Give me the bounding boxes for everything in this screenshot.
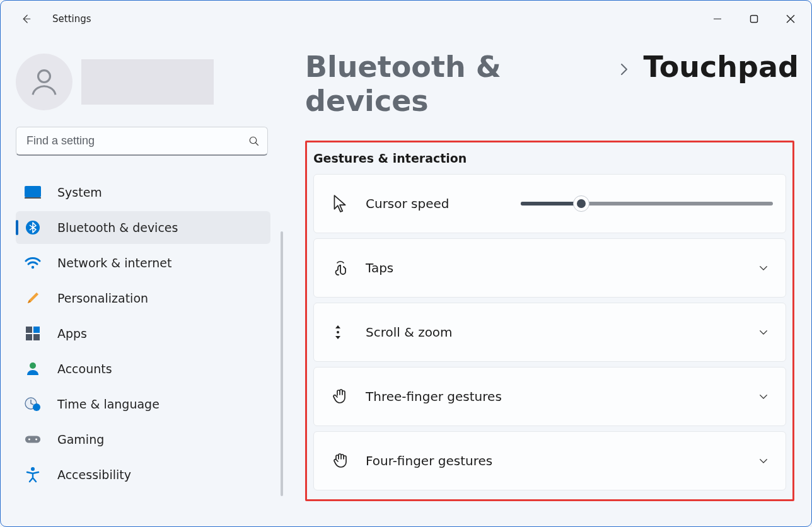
sidebar-item-label: System	[57, 185, 102, 199]
setting-label: Four-finger gestures	[366, 453, 492, 468]
person-icon	[27, 65, 61, 99]
setting-label: Three-finger gestures	[366, 389, 502, 404]
sidebar-item-gaming[interactable]: Gaming	[16, 423, 270, 456]
setting-taps[interactable]: Taps	[313, 238, 786, 298]
sidebar-item-label: Network & internet	[57, 256, 171, 270]
sidebar: System Bluetooth & devices Network & int…	[1, 37, 287, 526]
sidebar-item-time-language[interactable]: Time & language	[16, 388, 270, 420]
hand-icon	[332, 452, 358, 470]
hand-icon	[332, 388, 358, 405]
sidebar-item-bluetooth-devices[interactable]: Bluetooth & devices	[16, 211, 270, 244]
search-icon	[248, 136, 260, 147]
svg-line-6	[255, 142, 258, 146]
svg-point-4	[38, 71, 50, 83]
scroll-zoom-icon	[332, 323, 358, 341]
system-icon	[25, 184, 41, 200]
setting-four-finger-gestures[interactable]: Four-finger gestures	[313, 431, 786, 490]
minimize-button[interactable]	[699, 5, 736, 33]
sidebar-item-apps[interactable]: Apps	[16, 317, 270, 350]
setting-label: Taps	[366, 260, 393, 275]
search-input[interactable]	[25, 134, 248, 148]
sidebar-item-label: Apps	[57, 327, 87, 340]
section-header: Gestures & interaction	[313, 151, 786, 165]
highlighted-section: Gestures & interaction Cursor speed	[305, 141, 794, 501]
sidebar-item-accessibility[interactable]: Accessibility	[16, 458, 270, 491]
svg-point-17	[33, 403, 40, 411]
svg-rect-13	[26, 334, 32, 340]
page-title: Touchpad	[643, 50, 799, 84]
svg-rect-7	[25, 186, 41, 197]
minimize-icon	[713, 14, 722, 23]
chevron-down-icon	[754, 327, 773, 338]
svg-rect-1	[751, 16, 758, 23]
svg-point-15	[30, 362, 36, 369]
nav-list: System Bluetooth & devices Network & int…	[16, 176, 270, 491]
svg-rect-12	[33, 327, 40, 333]
sidebar-item-label: Time & language	[57, 397, 160, 411]
cursor-speed-slider[interactable]	[521, 202, 773, 206]
slider-thumb[interactable]	[573, 195, 589, 212]
wifi-icon	[25, 255, 41, 271]
setting-label: Cursor speed	[366, 196, 450, 211]
svg-point-22	[337, 331, 339, 333]
arrow-left-icon	[20, 13, 32, 25]
chevron-right-icon	[617, 59, 632, 81]
search-box[interactable]	[16, 127, 268, 156]
sidebar-item-system[interactable]: System	[16, 176, 270, 209]
bluetooth-icon	[25, 219, 41, 236]
svg-rect-11	[26, 327, 32, 333]
paintbrush-icon	[25, 290, 41, 306]
app-title: Settings	[52, 13, 91, 25]
sidebar-item-personalization[interactable]: Personalization	[16, 282, 270, 315]
back-button[interactable]	[13, 6, 38, 32]
sidebar-item-accounts[interactable]: Accounts	[16, 352, 270, 385]
avatar	[16, 54, 72, 110]
cursor-icon	[332, 194, 358, 213]
sidebar-item-label: Bluetooth & devices	[57, 221, 178, 235]
svg-point-10	[32, 266, 34, 269]
svg-point-19	[28, 439, 30, 441]
svg-rect-14	[33, 334, 40, 340]
gamepad-icon	[25, 431, 41, 448]
setting-cursor-speed: Cursor speed	[313, 174, 786, 233]
svg-rect-18	[25, 436, 40, 443]
close-button[interactable]	[772, 5, 809, 33]
account-header[interactable]	[16, 54, 281, 110]
svg-point-20	[35, 439, 37, 441]
main-panel: Bluetooth & devices Touchpad Gestures & …	[287, 37, 811, 526]
setting-scroll-zoom[interactable]: Scroll & zoom	[313, 303, 786, 362]
svg-rect-8	[25, 197, 41, 199]
sidebar-item-network[interactable]: Network & internet	[16, 246, 270, 279]
accessibility-icon	[25, 466, 41, 483]
apps-icon	[25, 325, 41, 342]
sidebar-item-label: Personalization	[57, 291, 148, 305]
maximize-button[interactable]	[736, 5, 772, 33]
titlebar: Settings	[1, 1, 811, 37]
svg-point-21	[31, 467, 35, 471]
sidebar-item-label: Gaming	[57, 432, 104, 446]
close-icon	[786, 14, 795, 23]
maximize-icon	[750, 14, 758, 23]
sidebar-item-label: Accessibility	[57, 468, 131, 482]
nav-scrollbar[interactable]	[281, 231, 283, 496]
setting-label: Scroll & zoom	[366, 325, 453, 340]
sidebar-item-label: Accounts	[57, 362, 112, 376]
chevron-down-icon	[754, 391, 773, 402]
chevron-down-icon	[754, 455, 773, 466]
breadcrumb-parent[interactable]: Bluetooth & devices	[305, 50, 605, 118]
chevron-down-icon	[754, 262, 773, 274]
setting-three-finger-gestures[interactable]: Three-finger gestures	[313, 367, 786, 426]
svg-point-5	[250, 137, 257, 144]
account-name-placeholder	[81, 59, 214, 105]
breadcrumb: Bluetooth & devices Touchpad	[305, 50, 799, 118]
account-icon	[25, 361, 41, 377]
clock-globe-icon	[25, 396, 41, 412]
tap-icon	[332, 259, 358, 277]
